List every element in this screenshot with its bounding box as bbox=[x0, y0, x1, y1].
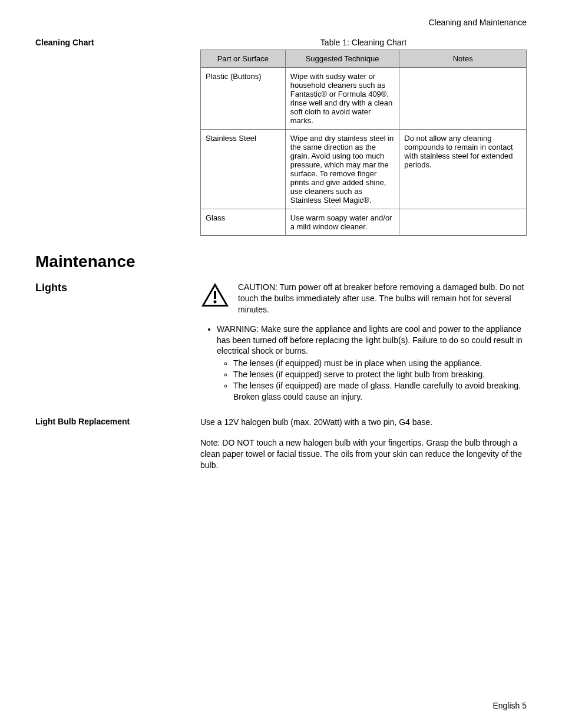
cell-technique: Use warm soapy water and/or a mild windo… bbox=[285, 209, 399, 236]
caution-text: CAUTION: Turn power off at breaker befor… bbox=[238, 282, 527, 315]
cell-part: Stainless Steel bbox=[201, 130, 286, 209]
replacement-p1: Use a 12V halogen bulb (max. 20Watt) wit… bbox=[200, 417, 527, 428]
warning-sublist: The lenses (if equipped) must be in plac… bbox=[217, 358, 527, 403]
cleaning-table: Part or Surface Suggested Technique Note… bbox=[200, 50, 527, 236]
table-row: Glass Use warm soapy water and/or a mild… bbox=[201, 209, 527, 236]
breadcrumb: Cleaning and Maintenance bbox=[35, 18, 527, 27]
svg-rect-2 bbox=[214, 291, 216, 299]
table-header-part: Part or Surface bbox=[201, 50, 286, 68]
table-caption: Table 1: Cleaning Chart bbox=[200, 38, 527, 47]
cell-notes bbox=[399, 209, 527, 236]
replacement-heading: Light Bulb Replacement bbox=[35, 417, 200, 426]
table-row: Plastic (Buttons) Wipe with sudsy water … bbox=[201, 68, 527, 130]
maintenance-heading: Maintenance bbox=[35, 252, 527, 271]
table-header-technique: Suggested Technique bbox=[285, 50, 399, 68]
caution-icon bbox=[200, 282, 230, 308]
cleaning-chart-heading: Cleaning Chart bbox=[35, 38, 200, 47]
cell-notes: Do not allow any cleaning compounds to r… bbox=[399, 130, 527, 209]
cell-technique: Wipe and dry stainless steel in the same… bbox=[285, 130, 399, 209]
replacement-section: Light Bulb Replacement Use a 12V halogen… bbox=[35, 417, 527, 471]
svg-point-3 bbox=[214, 301, 217, 304]
cleaning-chart-section: Cleaning Chart Table 1: Cleaning Chart P… bbox=[35, 38, 527, 236]
list-item: The lenses (if equipped) are made of gla… bbox=[233, 380, 527, 403]
cell-technique: Wipe with sudsy water or household clean… bbox=[285, 68, 399, 130]
warning-text: WARNING: Make sure the appliance and lig… bbox=[217, 324, 523, 356]
list-item: The lenses (if equipped) serve to protec… bbox=[233, 369, 527, 380]
list-item: WARNING: Make sure the appliance and lig… bbox=[217, 324, 527, 403]
table-row: Stainless Steel Wipe and dry stainless s… bbox=[201, 130, 527, 209]
replacement-p2: Note: DO NOT touch a new halogen bulb wi… bbox=[200, 437, 527, 471]
cell-part: Glass bbox=[201, 209, 286, 236]
page-footer: English 5 bbox=[492, 701, 527, 710]
cell-notes bbox=[399, 68, 527, 130]
cell-part: Plastic (Buttons) bbox=[201, 68, 286, 130]
lights-heading: Lights bbox=[35, 282, 200, 294]
warning-list: WARNING: Make sure the appliance and lig… bbox=[200, 324, 527, 403]
table-header-notes: Notes bbox=[399, 50, 527, 68]
list-item: The lenses (if equipped) must be in plac… bbox=[233, 358, 527, 369]
lights-section: Lights CAUTION: Turn power off at breake… bbox=[35, 282, 527, 404]
